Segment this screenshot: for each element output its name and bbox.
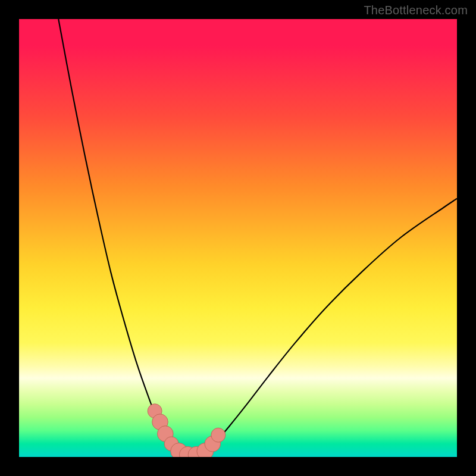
curve-left-branch (58, 19, 177, 450)
chart-svg (19, 19, 457, 457)
outer-frame: TheBottleneck.com (0, 0, 476, 476)
watermark-text: TheBottleneck.com (364, 4, 468, 17)
valley-markers (148, 404, 226, 457)
gradient-plot-area (19, 19, 457, 457)
curve-right-branch (207, 199, 457, 450)
valley-marker (211, 428, 226, 442)
